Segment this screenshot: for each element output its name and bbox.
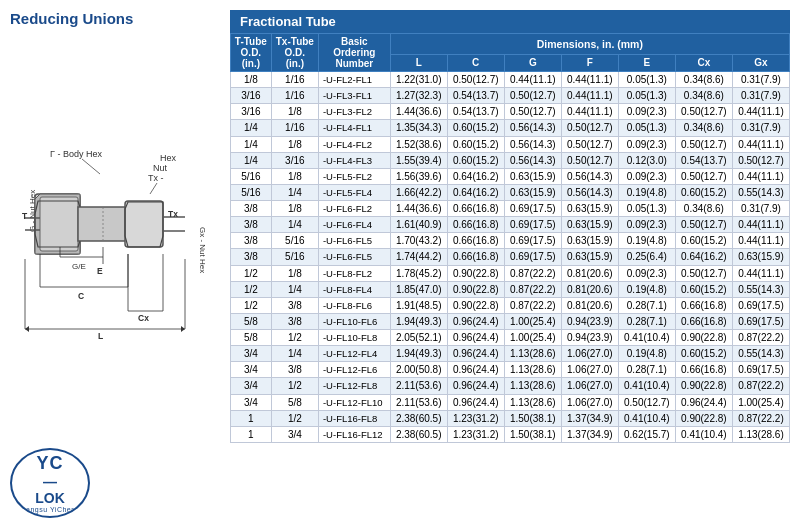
right-panel: Fractional Tube T-TubeO.D.(in.) Tx-TubeO… xyxy=(230,10,790,522)
data-cell: 0.44(11.1) xyxy=(732,265,789,281)
table-row: 3/85/16-U-FL6-FL51.74(44.2)0.66(16.8)0.6… xyxy=(231,249,790,265)
data-cell: 0.66(16.8) xyxy=(447,249,504,265)
svg-marker-41 xyxy=(181,326,185,332)
data-cell: 1 xyxy=(231,410,272,426)
svg-text:Γ - Body Hex: Γ - Body Hex xyxy=(50,149,102,159)
data-cell: 3/8 xyxy=(271,297,318,313)
data-cell: 1.94(49.3) xyxy=(390,313,447,329)
svg-rect-15 xyxy=(125,201,163,247)
brand-logo: YC — LOK Jiangsu YiCheng xyxy=(10,448,90,518)
data-cell: 0.69(17.5) xyxy=(732,297,789,313)
data-cell: 0.56(14.3) xyxy=(561,184,618,200)
data-cell: 0.66(16.8) xyxy=(447,201,504,217)
data-cell: 2.11(53.6) xyxy=(390,394,447,410)
data-cell: 0.69(17.5) xyxy=(504,201,561,217)
order-num-cell: -U-FL2-FL1 xyxy=(318,72,390,88)
data-cell: 1.44(36.6) xyxy=(390,104,447,120)
order-num-cell: -U-FL16-FL12 xyxy=(318,426,390,442)
data-cell: 0.54(13.7) xyxy=(447,88,504,104)
data-cell: 5/16 xyxy=(271,249,318,265)
data-cell: 3/8 xyxy=(231,217,272,233)
svg-line-5 xyxy=(150,183,157,194)
data-cell: 0.50(12.7) xyxy=(561,152,618,168)
order-num-cell: -U-FL4-FL1 xyxy=(318,120,390,136)
data-cell: 0.31(7.9) xyxy=(732,88,789,104)
data-cell: 0.54(13.7) xyxy=(447,104,504,120)
data-cell: 0.28(7.1) xyxy=(618,297,675,313)
table-row: 1/43/16-U-FL4-FL31.55(39.4)0.60(15.2)0.5… xyxy=(231,152,790,168)
data-cell: 0.50(12.7) xyxy=(675,104,732,120)
table-row: 1/23/8-U-FL8-FL61.91(48.5)0.90(22.8)0.87… xyxy=(231,297,790,313)
table-row: 5/161/8-U-FL5-FL21.56(39.6)0.64(16.2)0.6… xyxy=(231,168,790,184)
logo-lok: LOK xyxy=(35,490,65,506)
data-cell: 0.50(12.7) xyxy=(561,120,618,136)
data-cell: 0.90(22.8) xyxy=(675,410,732,426)
col-ordering: BasicOrderingNumber xyxy=(318,34,390,72)
data-cell: 0.41(10.4) xyxy=(618,378,675,394)
data-cell: 0.63(15.9) xyxy=(504,168,561,184)
data-cell: 0.44(11.1) xyxy=(732,136,789,152)
data-cell: 1/16 xyxy=(271,88,318,104)
logo-dash: — xyxy=(43,474,57,490)
data-cell: 0.60(15.2) xyxy=(447,152,504,168)
col-F: F xyxy=(561,54,618,71)
data-cell: 0.34(8.6) xyxy=(675,72,732,88)
data-cell: 5/16 xyxy=(231,168,272,184)
data-cell: 0.44(11.1) xyxy=(732,233,789,249)
data-cell: 3/8 xyxy=(271,313,318,329)
data-cell: 0.96(24.4) xyxy=(447,394,504,410)
data-cell: 2.00(50.8) xyxy=(390,362,447,378)
svg-marker-40 xyxy=(25,326,29,332)
svg-text:E: E xyxy=(97,266,103,276)
data-cell: 0.60(15.2) xyxy=(675,233,732,249)
order-num-cell: -U-FL3-FL1 xyxy=(318,88,390,104)
data-cell: 0.50(12.7) xyxy=(675,168,732,184)
data-cell: 1.22(31.0) xyxy=(390,72,447,88)
data-cell: 1.44(36.6) xyxy=(390,201,447,217)
data-cell: 0.64(16.2) xyxy=(447,184,504,200)
data-cell: 0.09(2.3) xyxy=(618,104,675,120)
data-cell: 0.66(16.8) xyxy=(675,313,732,329)
order-num-cell: -U-FL5-FL2 xyxy=(318,168,390,184)
data-cell: 3/8 xyxy=(231,233,272,249)
data-cell: 0.90(22.8) xyxy=(447,265,504,281)
data-cell: 0.28(7.1) xyxy=(618,362,675,378)
data-cell: 0.19(4.8) xyxy=(618,184,675,200)
col-ttube: T-TubeO.D.(in.) xyxy=(231,34,272,72)
col-C: C xyxy=(447,54,504,71)
data-cell: 0.94(23.9) xyxy=(561,330,618,346)
table-row: 3/161/16-U-FL3-FL11.27(32.3)0.54(13.7)0.… xyxy=(231,88,790,104)
data-cell: 0.87(22.2) xyxy=(732,378,789,394)
table-row: 1/21/4-U-FL8-FL41.85(47.0)0.90(22.8)0.87… xyxy=(231,281,790,297)
data-cell: 1.55(39.4) xyxy=(390,152,447,168)
table-row: 3/81/8-U-FL6-FL21.44(36.6)0.66(16.8)0.69… xyxy=(231,201,790,217)
col-G: G xyxy=(504,54,561,71)
table-row: 5/81/2-U-FL10-FL82.05(52.1)0.96(24.4)1.0… xyxy=(231,330,790,346)
data-cell: 0.60(15.2) xyxy=(447,120,504,136)
data-cell: 0.63(15.9) xyxy=(561,201,618,217)
order-num-cell: -U-FL8-FL4 xyxy=(318,281,390,297)
data-cell: 1/2 xyxy=(271,378,318,394)
data-cell: 3/4 xyxy=(231,378,272,394)
svg-text:Cx: Cx xyxy=(138,313,149,323)
data-cell: 0.55(14.3) xyxy=(732,346,789,362)
data-cell: 0.60(15.2) xyxy=(675,346,732,362)
data-cell: 0.28(7.1) xyxy=(618,313,675,329)
order-num-cell: -U-FL10-FL6 xyxy=(318,313,390,329)
data-cell: 1.23(31.2) xyxy=(447,410,504,426)
data-cell: 0.44(11.1) xyxy=(561,88,618,104)
data-cell: 0.90(22.8) xyxy=(675,330,732,346)
data-cell: 0.34(8.6) xyxy=(675,120,732,136)
table-row: 3/41/2-U-FL12-FL82.11(53.6)0.96(24.4)1.1… xyxy=(231,378,790,394)
data-cell: 0.96(24.4) xyxy=(447,346,504,362)
data-cell: 0.87(22.2) xyxy=(732,330,789,346)
data-cell: 1/2 xyxy=(271,410,318,426)
order-num-cell: -U-FL12-FL6 xyxy=(318,362,390,378)
data-cell: 1/8 xyxy=(231,72,272,88)
data-cell: 0.56(14.3) xyxy=(504,120,561,136)
data-cell: 1/2 xyxy=(231,265,272,281)
data-cell: 0.50(12.7) xyxy=(732,152,789,168)
data-cell: 0.34(8.6) xyxy=(675,88,732,104)
union-diagram: Γ - Body Hex Hex Nut Tx - G - Nut Hex Gx… xyxy=(20,139,210,339)
data-cell: 0.63(15.9) xyxy=(504,184,561,200)
